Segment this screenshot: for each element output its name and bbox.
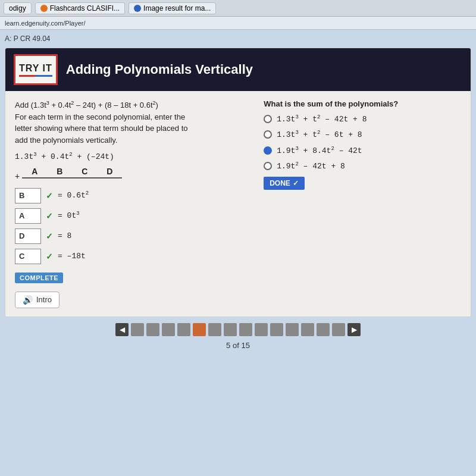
nav-prev-arrow[interactable]: ◀ [115, 323, 129, 336]
radio-3[interactable] [264, 146, 272, 155]
try-it-box: TRY IT [14, 54, 58, 85]
letter-c: C [72, 167, 97, 176]
nav-bar: ◀ ▶ [5, 317, 471, 339]
option-1[interactable]: 1.3t3 + t2 – 42t + 8 [264, 114, 461, 124]
card-header: TRY IT Adding Polynomials Vertically [5, 48, 471, 91]
check-4: ✓ [46, 252, 53, 261]
nav-dot-6[interactable] [208, 323, 221, 336]
nav-dot-9[interactable] [255, 323, 268, 336]
letter-b: B [47, 167, 72, 176]
tab-image-label: Image result for ma... [143, 4, 211, 12]
breadcrumb: A: P CR 49.04 [5, 33, 471, 44]
problem-line4: add the polynomials vertically. [15, 136, 117, 145]
letter-d: D [97, 167, 122, 176]
tab-flashcards[interactable]: Flashcards CLASIFI... [35, 2, 125, 14]
answer-box-2[interactable]: A [15, 208, 41, 224]
main-wrapper: A: P CR 49.04 TRY IT Adding Polynomials … [0, 30, 476, 353]
intro-label: Intro [36, 295, 52, 304]
tab-bar: odigy Flashcards CLASIFI... Image result… [0, 0, 476, 17]
answer-row-3: D ✓ = 8 [15, 228, 252, 244]
option-text-4: 1.9t2 – 42t + 8 [277, 161, 345, 171]
try-it-underline [19, 75, 52, 77]
left-panel: Add (1.3t3 + 0.4t2 – 24t) + (8 – 18t + 0… [15, 99, 252, 308]
problem-text: Add (1.3t3 + 0.4t2 – 24t) + (8 – 18t + 0… [15, 99, 252, 146]
option-3[interactable]: 1.9t3 + 8.4t2 – 42t [264, 146, 461, 155]
nav-dot-7[interactable] [224, 323, 237, 336]
option-text-2: 1.3t3 + t2 – 6t + 8 [277, 130, 362, 139]
answer-row-4: C ✓ = –18t [15, 249, 252, 264]
answer-row-2: A ✓ = 0t3 [15, 208, 252, 224]
nav-dot-2[interactable] [146, 323, 159, 336]
option-4[interactable]: 1.9t2 – 42t + 8 [264, 161, 461, 171]
letters-row: + A B C D [15, 167, 252, 186]
answer-box-4[interactable]: C [15, 249, 41, 264]
problem-line3: letter showing where that term should be… [15, 124, 188, 133]
problem-line2: For each term in the second polynomial, … [15, 112, 185, 121]
radio-2[interactable] [264, 130, 272, 139]
polynomial-display: 1.3t3 + 0.4t2 + (–24t) [15, 152, 252, 161]
option-text-1: 1.3t3 + t2 – 42t + 8 [277, 114, 367, 124]
answer-expr-4: = –18t [58, 252, 86, 261]
plus-sign: + [15, 171, 20, 181]
letter-columns: A B C D [22, 167, 122, 178]
check-2: ✓ [46, 211, 53, 221]
nav-dot-11[interactable] [286, 323, 299, 336]
intro-button[interactable]: 🔊 Intro [15, 292, 60, 308]
letter-a: A [22, 167, 47, 176]
answer-expr-1: = 0.6t2 [58, 190, 89, 200]
nav-next-arrow[interactable]: ▶ [347, 323, 361, 336]
complete-button[interactable]: COMPLETE [15, 273, 63, 283]
answer-expr-2: = 0t3 [58, 211, 80, 220]
tab-odigy-label: odigy [9, 4, 26, 12]
answer-box-1[interactable]: B [15, 188, 41, 203]
problem-line1: Add (1.3t3 + 0.4t2 – 24t) + (8 – 18t + 0… [15, 101, 158, 109]
nav-dot-8[interactable] [239, 323, 252, 336]
card-body: Add (1.3t3 + 0.4t2 – 24t) + (8 – 18t + 0… [5, 91, 471, 317]
nav-dot-14[interactable] [332, 323, 345, 336]
image-icon [134, 5, 141, 12]
nav-dot-5[interactable] [193, 323, 206, 336]
right-panel: What is the sum of the polynomials? 1.3t… [264, 99, 461, 308]
tab-image[interactable]: Image result for ma... [129, 2, 216, 14]
page-label: 5 of 15 [5, 341, 471, 350]
radio-4[interactable] [264, 162, 272, 170]
address-bar: learn.edgenuity.com/Player/ [0, 17, 476, 30]
try-it-label: TRY IT [19, 63, 52, 74]
option-text-3: 1.9t3 + 8.4t2 – 42t [277, 146, 362, 155]
nav-dot-3[interactable] [162, 323, 175, 336]
radio-1[interactable] [264, 115, 272, 123]
address-text: learn.edgenuity.com/Player/ [5, 20, 86, 27]
card-title: Adding Polynomials Vertically [66, 62, 253, 77]
answer-box-3[interactable]: D [15, 228, 41, 244]
check-3: ✓ [46, 231, 53, 241]
content-card: TRY IT Adding Polynomials Vertically Add… [5, 48, 471, 317]
nav-dot-12[interactable] [301, 323, 314, 336]
answer-expr-3: = 8 [58, 231, 71, 240]
check-1: ✓ [46, 191, 53, 201]
done-label: DONE [270, 179, 290, 187]
tab-flashcards-label: Flashcards CLASIFI... [50, 4, 120, 12]
poly-expression: 1.3t3 + 0.4t2 + (–24t) [15, 152, 114, 161]
poly-row: 1.3t3 + 0.4t2 + (–24t) [15, 152, 252, 161]
flashcards-icon [40, 5, 48, 12]
question-label: What is the sum of the polynomials? [264, 99, 461, 108]
nav-dot-4[interactable] [177, 323, 190, 336]
answer-row-1: B ✓ = 0.6t2 [15, 188, 252, 203]
nav-dot-13[interactable] [317, 323, 330, 336]
nav-dot-10[interactable] [270, 323, 283, 336]
nav-dot-1[interactable] [131, 323, 144, 336]
tab-odigy[interactable]: odigy [4, 2, 32, 14]
option-2[interactable]: 1.3t3 + t2 – 6t + 8 [264, 130, 461, 139]
done-check-icon: ✓ [293, 179, 299, 187]
speaker-icon: 🔊 [23, 295, 33, 305]
done-button[interactable]: DONE ✓ [264, 177, 305, 190]
